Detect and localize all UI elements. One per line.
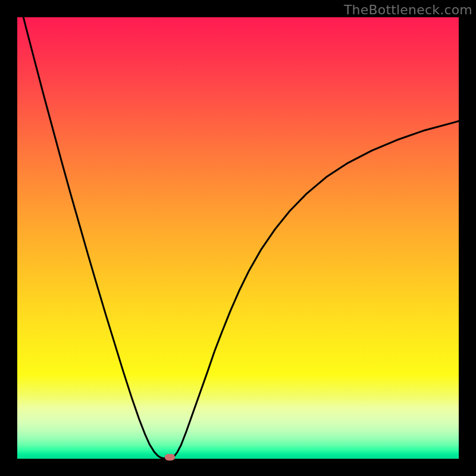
bottleneck-chart: TheBottleneck.com: [0, 0, 476, 476]
plot-area: [17, 17, 459, 459]
